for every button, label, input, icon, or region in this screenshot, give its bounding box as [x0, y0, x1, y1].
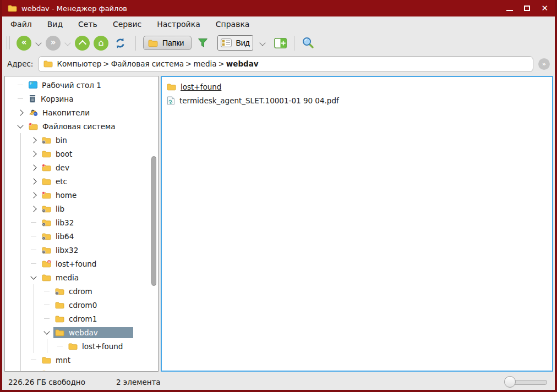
tree-item-content[interactable]: boot — [40, 148, 75, 159]
tree-item-4[interactable]: bin — [5, 133, 158, 147]
titlebar[interactable]: webdav - Менеджер файлов ✕ — [2, 0, 555, 16]
tree-item-content[interactable]: libx32 — [40, 245, 81, 256]
forward-history-dropdown[interactable] — [64, 40, 70, 46]
tree-item-18[interactable]: webdav — [5, 325, 158, 339]
chevron-right-icon — [30, 192, 36, 198]
menu-item-4[interactable]: Настройка — [157, 20, 200, 29]
tree-item-content[interactable]: etc — [40, 176, 70, 187]
breadcrumb-segment-1[interactable]: Файловая система — [110, 59, 185, 68]
tree-expander[interactable] — [27, 188, 40, 202]
tree-expander[interactable] — [40, 325, 53, 339]
tree-item-content[interactable]: Корзина — [27, 93, 77, 104]
tree-item-10[interactable]: lib32 — [5, 216, 158, 229]
tree-item-8[interactable]: home — [5, 188, 158, 202]
tree-item-content[interactable]: media — [40, 272, 82, 283]
up-button[interactable] — [75, 36, 90, 51]
tree-item-0[interactable]: Рабочий стол 1 — [5, 78, 158, 92]
tree-item-17[interactable]: cdrom1 — [5, 312, 158, 325]
forward-button[interactable]: » — [46, 36, 61, 51]
tree-expander[interactable] — [27, 133, 40, 147]
back-button[interactable]: « — [17, 36, 31, 51]
view-mode-dropdown[interactable] — [259, 40, 265, 46]
tree-item-content[interactable]: cdrom0 — [53, 300, 100, 311]
tree-item-5[interactable]: boot — [5, 147, 158, 161]
filter-button[interactable] — [198, 38, 208, 48]
tree-item-3[interactable]: Файловая система — [5, 119, 158, 133]
tree-item-11[interactable]: lib64 — [5, 229, 158, 243]
tree-item-6[interactable]: dev — [5, 161, 158, 174]
menu-item-2[interactable]: Сеть — [78, 20, 97, 29]
tree-expander[interactable] — [27, 147, 40, 161]
tree-item-19[interactable]: lost+found — [5, 339, 158, 353]
folder-icon — [55, 329, 64, 336]
home-button[interactable]: ⌂ — [94, 36, 108, 51]
breadcrumb-segment-2[interactable]: media — [192, 59, 217, 68]
view-icon — [221, 38, 232, 47]
menu-item-0[interactable]: Файл — [10, 20, 32, 29]
tree-item-content[interactable]: lost+found — [40, 258, 100, 269]
tree-item-content[interactable]: lost+found — [67, 341, 126, 352]
tree-scrollbar-thumb[interactable] — [151, 156, 156, 286]
tree-item-label: opt — [56, 369, 68, 372]
tree-item-15[interactable]: cdrom — [5, 284, 158, 298]
tree-expander[interactable] — [27, 174, 40, 188]
menu-item-3[interactable]: Сервис — [113, 20, 141, 29]
tree-expander[interactable] — [14, 106, 27, 119]
menu-item-5[interactable]: Справка — [216, 20, 250, 29]
tree-item-2[interactable]: Накопители — [5, 106, 158, 119]
minimize-button[interactable] — [506, 10, 513, 11]
tree-item-16[interactable]: cdrom0 — [5, 298, 158, 312]
file-list-panel[interactable]: lost+foundtermidesk_agent_SLET.10001-01 … — [161, 76, 553, 372]
tree-guide — [14, 353, 27, 367]
search-button[interactable] — [302, 36, 315, 49]
tree-item-content[interactable]: cdrom1 — [53, 313, 100, 324]
slider-handle[interactable] — [504, 376, 516, 388]
tree-item-content[interactable]: dev — [40, 162, 73, 173]
split-view-button[interactable] — [274, 38, 287, 48]
desktop-icon — [29, 81, 37, 89]
file-list-item-0[interactable]: lost+found — [166, 80, 548, 93]
file-list-item-1[interactable]: termidesk_agent_SLET.10001-01 90 04.pdf — [166, 93, 548, 107]
tree-item-content[interactable]: lib64 — [40, 231, 77, 242]
folders-toggle-button[interactable]: Папки — [143, 36, 192, 50]
tree-item-content[interactable]: home — [40, 190, 80, 201]
tree-item-content[interactable]: Файловая система — [27, 121, 118, 132]
tree-expander[interactable] — [27, 161, 40, 174]
refresh-button[interactable] — [114, 37, 127, 49]
tree-item-content[interactable]: Рабочий стол 1 — [27, 80, 105, 91]
tree-item-21[interactable]: opt — [5, 367, 158, 372]
tree-item-content[interactable]: mnt — [40, 355, 74, 366]
tree-item-content[interactable]: lib32 — [40, 217, 77, 228]
breadcrumb-segment-0[interactable]: Компьютер — [56, 59, 102, 68]
tree-item-content[interactable]: lib — [40, 203, 68, 214]
tree-item-20[interactable]: mnt — [5, 353, 158, 367]
go-button[interactable]: » — [538, 58, 550, 70]
tree-item-9[interactable]: lib — [5, 202, 158, 216]
breadcrumb-segment-3[interactable]: webdav — [225, 59, 260, 68]
tree-item-7[interactable]: etc — [5, 174, 158, 188]
tree-item-14[interactable]: media — [5, 270, 158, 284]
back-history-dropdown[interactable] — [35, 40, 41, 46]
file-name[interactable]: termidesk_agent_SLET.10001-01 90 04.pdf — [179, 96, 339, 105]
tree-item-content[interactable]: Накопители — [27, 107, 93, 118]
tree-item-1[interactable]: Корзина — [5, 92, 158, 106]
tree-item-content[interactable]: opt — [40, 368, 71, 372]
tree-item-selected-highlight[interactable]: webdav — [53, 327, 133, 338]
tree-item-13[interactable]: lost+found — [5, 257, 158, 270]
tree-item-content[interactable]: bin — [40, 135, 70, 146]
tree-item-label: lib64 — [56, 232, 74, 241]
tree-expander[interactable] — [27, 202, 40, 216]
address-input[interactable]: Компьютер>Файловая система>media>webdav — [38, 56, 533, 72]
tree-expander[interactable] — [14, 119, 27, 133]
menu-item-1[interactable]: Вид — [47, 20, 63, 29]
maximize-button[interactable] — [524, 5, 530, 11]
toolbar-grip[interactable] — [7, 36, 10, 49]
tree-item-12[interactable]: libx32 — [5, 243, 158, 257]
icon-size-slider[interactable] — [510, 380, 547, 385]
tree-item-content[interactable]: cdrom — [53, 286, 96, 297]
file-name[interactable]: lost+found — [181, 82, 221, 91]
close-button[interactable]: ✕ — [541, 4, 548, 13]
tree-expander[interactable] — [27, 270, 40, 284]
tree-connector — [40, 312, 53, 325]
view-mode-button[interactable]: Вид — [217, 35, 253, 51]
